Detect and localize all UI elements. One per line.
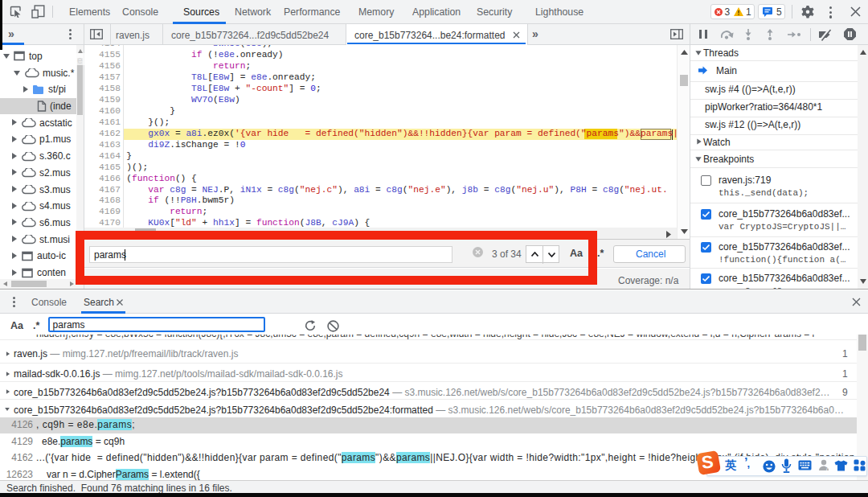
- svg-text:7: 7: [825, 466, 829, 471]
